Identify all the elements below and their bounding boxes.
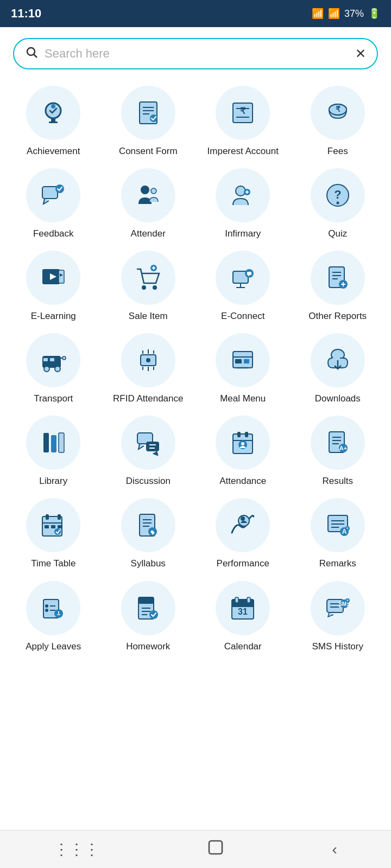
grid-item-achievement[interactable]: Achievement <box>9 86 98 157</box>
icon-circle-econnect <box>216 251 270 305</box>
label-downloads: Downloads <box>315 393 361 405</box>
svg-rect-133 <box>247 597 250 603</box>
grid-item-attender[interactable]: Attender <box>104 168 193 240</box>
nav-menu-icon[interactable]: ⋮⋮⋮ <box>37 835 116 864</box>
icon-circle-performance <box>216 498 270 552</box>
svg-rect-94 <box>58 514 61 520</box>
svg-rect-18 <box>42 187 58 199</box>
grid-item-homework[interactable]: Homework <box>104 581 193 653</box>
icon-circle-sale-item <box>121 251 175 305</box>
search-input[interactable] <box>45 47 349 61</box>
svg-rect-81 <box>237 432 241 437</box>
grid-item-quiz[interactable]: ? Quiz <box>293 168 383 240</box>
svg-rect-53 <box>50 358 54 361</box>
icon-circle-consent-form <box>121 86 175 140</box>
svg-rect-124 <box>138 597 154 604</box>
grid-item-meal-menu[interactable]: Meal Menu <box>198 333 288 405</box>
svg-text:₹: ₹ <box>335 105 340 113</box>
grid-item-syllabus[interactable]: Syllabus <box>104 498 193 570</box>
icon-circle-syllabus <box>121 498 175 552</box>
icon-circle-elearning <box>26 251 80 305</box>
label-feedback: Feedback <box>33 228 74 240</box>
grid-item-other-reports[interactable]: Other Reports <box>293 251 383 322</box>
svg-rect-74 <box>51 435 56 452</box>
svg-rect-4 <box>49 122 58 123</box>
grid-item-library[interactable]: Library <box>9 416 98 487</box>
grid-item-timetable[interactable]: Time Table <box>9 498 98 570</box>
grid-item-rfid-attendance[interactable]: RFID Attendance <box>104 333 193 405</box>
svg-point-55 <box>55 366 60 372</box>
icon-circle-rfid-attendance <box>121 333 175 387</box>
svg-rect-73 <box>43 433 49 452</box>
label-elearning: E-Learning <box>31 310 76 322</box>
grid-item-transport[interactable]: Transport <box>9 333 98 405</box>
grid-item-attendance[interactable]: Attendance <box>198 416 288 487</box>
svg-text:+: + <box>346 526 349 531</box>
svg-line-1 <box>34 55 37 58</box>
svg-point-28 <box>336 202 339 205</box>
label-achievement: Achievement <box>27 145 80 157</box>
status-time: 11:10 <box>11 7 41 21</box>
grid-item-elearning[interactable]: E-Learning <box>9 251 98 322</box>
grid-item-infirmary[interactable]: Infirmary <box>198 168 288 240</box>
icon-circle-discussion <box>121 416 175 470</box>
icon-circle-fees: ₹ <box>311 86 365 140</box>
svg-rect-31 <box>59 270 64 283</box>
grid-item-consent-form[interactable]: Consent Form <box>104 86 193 157</box>
icon-circle-sms-history: SMS + <box>311 581 365 635</box>
grid-item-imperest-account[interactable]: ₹ Imperest Account <box>198 86 288 157</box>
icon-circle-apply-leaves <box>26 581 80 635</box>
battery-text: 37% <box>344 8 364 20</box>
label-performance: Performance <box>217 558 269 570</box>
grid-item-remarks[interactable]: A + Remarks <box>293 498 383 570</box>
grid-item-apply-leaves[interactable]: Apply Leaves <box>9 581 98 653</box>
label-quiz: Quiz <box>328 228 347 240</box>
svg-rect-82 <box>245 432 248 437</box>
icon-circle-imperest-account: ₹ <box>216 86 270 140</box>
grid-item-discussion[interactable]: Discussion <box>104 416 193 487</box>
grid-item-econnect[interactable]: E-Connect <box>198 251 288 322</box>
svg-rect-68 <box>235 359 242 363</box>
grid-item-sms-history[interactable]: SMS + SMS History <box>293 581 383 653</box>
wifi-icon: 📶 <box>312 8 324 20</box>
svg-rect-93 <box>46 514 49 520</box>
icon-circle-feedback <box>26 168 80 222</box>
icon-circle-attender <box>121 168 175 222</box>
grid-item-fees[interactable]: ₹ Fees <box>293 86 383 157</box>
label-attender: Attender <box>131 228 166 240</box>
svg-rect-52 <box>43 358 48 361</box>
icon-circle-other-reports <box>311 251 365 305</box>
icon-circle-quiz: ? <box>311 168 365 222</box>
grid-item-sale-item[interactable]: Sale Item <box>104 251 193 322</box>
icon-circle-downloads <box>311 333 365 387</box>
grid-item-performance[interactable]: Performance <box>198 498 288 570</box>
grid-item-results[interactable]: A+ Results <box>293 416 383 487</box>
svg-point-106 <box>241 516 245 521</box>
label-apply-leaves: Apply Leaves <box>26 641 81 653</box>
signal-icon: 📶 <box>328 8 340 20</box>
label-calendar: Calendar <box>224 641 262 653</box>
svg-point-118 <box>45 609 48 612</box>
label-homework: Homework <box>126 641 170 653</box>
battery-icon: 🔋 <box>368 8 380 20</box>
svg-point-33 <box>142 285 146 290</box>
label-imperest-account: Imperest Account <box>207 145 279 157</box>
label-timetable: Time Table <box>31 558 75 570</box>
svg-point-5 <box>51 104 55 108</box>
label-results: Results <box>322 475 353 487</box>
nav-home-icon[interactable] <box>191 833 241 865</box>
icon-circle-timetable <box>26 498 80 552</box>
svg-rect-132 <box>235 597 238 603</box>
grid-item-feedback[interactable]: Feedback <box>9 168 98 240</box>
grid-item-downloads[interactable]: Downloads <box>293 333 383 405</box>
search-container: ✕ <box>0 27 391 75</box>
grid-item-calendar[interactable]: 31 Calendar <box>198 581 288 653</box>
nav-back-icon[interactable]: ‹ <box>316 835 354 864</box>
search-icon <box>25 46 38 62</box>
svg-point-54 <box>44 366 49 372</box>
svg-rect-96 <box>45 525 49 528</box>
bottom-nav: ⋮⋮⋮ ‹ <box>0 830 391 868</box>
label-attendance: Attendance <box>219 475 266 487</box>
clear-icon[interactable]: ✕ <box>355 46 366 61</box>
label-consent-form: Consent Form <box>119 145 178 157</box>
